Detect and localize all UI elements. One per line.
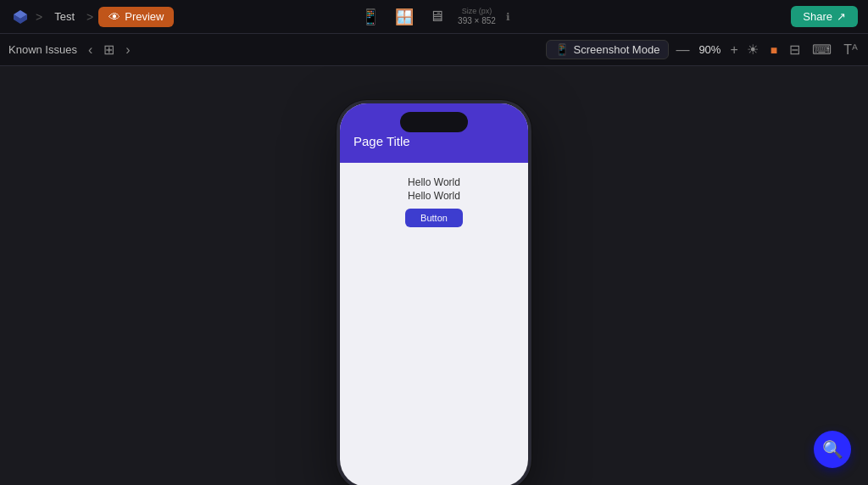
grid-icon[interactable]: ⊞ (103, 42, 114, 58)
size-label: Size (px) (462, 7, 492, 16)
phone-screen: Page Title Hello World Hello World Butto… (340, 103, 528, 485)
tablet-icon[interactable]: 🪟 (392, 6, 417, 28)
breadcrumb-test[interactable]: Test (47, 8, 81, 25)
screenshot-phone-icon: 📱 (555, 43, 569, 56)
breadcrumb-sep-2: > (86, 10, 93, 24)
hello-text-1: Hello World (408, 176, 460, 188)
color-fill-icon[interactable]: ■ (769, 42, 779, 59)
table-icon[interactable]: ⊟ (787, 40, 802, 59)
screenshot-mode-label: Screenshot Mode (574, 43, 660, 56)
fab-search-button[interactable]: 🔍 (814, 431, 851, 468)
secondary-right: 📱 Screenshot Mode — 90% + ☀ ■ ⊟ ⌨ Tᴬ (546, 40, 860, 59)
secondary-toolbar: Known Issues ‹ ⊞ › 📱 Screenshot Mode — 9… (0, 34, 868, 66)
size-display: Size (px) 393 × 852 (458, 7, 496, 26)
zoom-controls: — 90% + (676, 43, 737, 57)
share-label: Share (803, 10, 832, 23)
canvas: Page Title Hello World Hello World Butto… (0, 66, 868, 485)
breadcrumb-sep-1: > (36, 10, 42, 24)
preview-label: Preview (125, 10, 164, 23)
text-size-icon[interactable]: Tᴬ (842, 40, 860, 59)
device-selector: 📱 🪟 🖥 Size (px) 393 × 852 ℹ (358, 6, 510, 28)
brightness-icon[interactable]: ☀ (745, 40, 760, 59)
mobile-icon[interactable]: 📱 (358, 6, 383, 28)
app-content: Hello World Hello World Button (340, 163, 528, 485)
keyboard-icon[interactable]: ⌨ (810, 40, 833, 59)
hello-text-2: Hello World (408, 190, 460, 202)
zoom-value: 90% (694, 43, 725, 56)
app-button[interactable]: Button (405, 209, 463, 227)
app-header-title: Page Title (353, 134, 410, 148)
share-icon: ↗ (837, 10, 846, 23)
preview-button[interactable]: 👁 Preview (98, 7, 174, 27)
zoom-in-button[interactable]: + (730, 43, 737, 57)
zoom-out-button[interactable]: — (676, 43, 689, 57)
screenshot-mode-wrapper: 📱 Screenshot Mode (546, 40, 670, 59)
top-bar: > Test > 👁 Preview 📱 🪟 🖥 Size (px) 393 ×… (0, 0, 868, 34)
search-icon: 🔍 (822, 439, 843, 460)
desktop-icon[interactable]: 🖥 (426, 6, 448, 27)
info-icon[interactable]: ℹ (506, 11, 510, 23)
nav-next-button[interactable]: › (121, 41, 134, 59)
share-button[interactable]: Share ↗ (791, 6, 858, 27)
toolbar-icons: ☀ ■ ⊟ ⌨ Tᴬ (745, 40, 860, 59)
device-icons: 📱 🪟 🖥 (358, 6, 448, 28)
nav-prev-button[interactable]: ‹ (84, 41, 97, 59)
phone-frame: Page Title Hello World Hello World Butto… (337, 100, 531, 485)
size-value: 393 × 852 (458, 16, 496, 26)
phone-notch (400, 112, 468, 132)
known-issues-label: Known Issues (8, 43, 77, 56)
logo-icon (10, 7, 31, 27)
secondary-left: Known Issues ‹ ⊞ › (8, 41, 135, 59)
eye-icon: 👁 (108, 10, 120, 24)
breadcrumb-area: > Test > 👁 Preview (10, 7, 174, 27)
